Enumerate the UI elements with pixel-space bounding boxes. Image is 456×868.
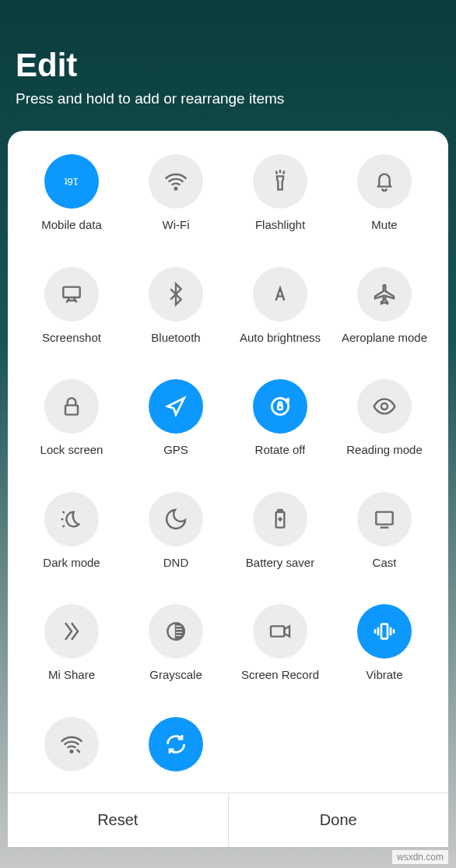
cast-icon [357, 492, 412, 546]
tile-label: Mobile data [41, 218, 102, 231]
page-title: Edit [16, 47, 440, 84]
svg-point-5 [381, 403, 388, 409]
screenshot-icon [44, 267, 99, 322]
tile-bluetooth[interactable]: Bluetooth [124, 267, 228, 357]
grayscale-icon [149, 604, 203, 659]
bluetooth-icon [149, 267, 203, 322]
tile-dnd[interactable]: DND [124, 492, 228, 582]
tile-mi-share[interactable]: Mi Share [19, 604, 124, 694]
tile-gps[interactable]: GPS [124, 379, 228, 469]
tile-label: Mute [371, 218, 397, 231]
sync-icon [149, 717, 203, 771]
svg-rect-2 [65, 406, 78, 415]
flashlight-icon [253, 154, 307, 209]
location-icon [149, 379, 203, 434]
svg-rect-9 [271, 626, 284, 636]
airplane-icon [357, 267, 412, 322]
page-subtitle: Press and hold to add or rearrange items [16, 90, 440, 107]
moon-icon [149, 492, 203, 546]
tile-label: Dark mode [43, 556, 100, 569]
svg-rect-10 [381, 624, 388, 639]
tile-sync[interactable] [124, 717, 228, 793]
mi-share-icon [44, 604, 99, 659]
tile-label: Cast [373, 556, 397, 569]
tile-label: Reading mode [346, 443, 423, 456]
svg-rect-1 [63, 286, 79, 297]
tile-label: Aeroplane mode [342, 331, 427, 344]
footer-actions: Reset Done [8, 792, 448, 847]
tile-lock-screen[interactable]: Lock screen [19, 379, 124, 469]
tiles-panel: 16t Mobile data Wi-Fi Flashlight Mute [8, 131, 448, 847]
screen-record-icon [253, 604, 307, 659]
svg-point-0 [175, 188, 177, 190]
tile-label: Bluetooth [151, 331, 200, 344]
battery-icon [253, 492, 307, 546]
tile-cast[interactable]: Cast [332, 492, 437, 582]
tile-grayscale[interactable]: Grayscale [124, 604, 228, 694]
svg-rect-4 [278, 406, 282, 409]
tile-mobile-data[interactable]: 16t Mobile data [19, 154, 124, 244]
tile-label: Mi Share [48, 668, 95, 681]
tile-reading-mode[interactable]: Reading mode [332, 379, 437, 469]
bell-icon [357, 154, 412, 209]
tile-mute[interactable]: Mute [332, 154, 437, 244]
wifi-edit-icon [44, 717, 99, 771]
dark-mode-icon [44, 492, 99, 546]
done-button[interactable]: Done [229, 793, 449, 847]
edit-header: Edit Press and hold to add or rearrange … [0, 0, 456, 123]
tile-wifi[interactable]: Wi-Fi [124, 154, 228, 244]
tile-wifi-edit[interactable] [19, 717, 124, 793]
mobile-data-icon: 16t [44, 154, 99, 209]
tile-rotate-off[interactable]: Rotate off [228, 379, 332, 469]
eye-icon [357, 379, 412, 434]
tile-screen-record[interactable]: Screen Record [228, 604, 332, 694]
svg-rect-7 [376, 511, 392, 524]
tile-flashlight[interactable]: Flashlight [228, 154, 332, 244]
tile-label: Rotate off [255, 443, 306, 456]
tile-label: Grayscale [149, 668, 202, 681]
tile-label: Lock screen [40, 443, 103, 456]
watermark: wsxdn.com [392, 850, 448, 864]
reset-button[interactable]: Reset [8, 793, 229, 847]
tile-auto-brightness[interactable]: Auto brightness [228, 267, 332, 357]
tile-label: GPS [163, 443, 188, 456]
tile-label: Screenshot [42, 331, 101, 344]
tile-aeroplane-mode[interactable]: Aeroplane mode [332, 267, 437, 357]
tile-label: Wi-Fi [163, 218, 190, 231]
tile-battery-saver[interactable]: Battery saver [228, 492, 332, 582]
rotate-lock-icon [253, 379, 307, 434]
tile-label: Auto brightness [240, 331, 321, 344]
tiles-grid: 16t Mobile data Wi-Fi Flashlight Mute [19, 154, 437, 792]
tile-label: Flashlight [255, 218, 305, 231]
tile-label: Screen Record [241, 668, 319, 681]
tile-dark-mode[interactable]: Dark mode [19, 492, 124, 582]
wifi-icon [149, 154, 203, 209]
lock-icon [44, 379, 99, 434]
tile-label: Battery saver [246, 556, 314, 569]
tile-label: DND [163, 556, 189, 569]
tile-label: Vibrate [366, 668, 402, 681]
tile-screenshot[interactable]: Screenshot [19, 267, 124, 357]
tile-vibrate[interactable]: Vibrate [332, 604, 437, 694]
svg-point-11 [71, 750, 73, 753]
brightness-auto-icon [253, 267, 307, 322]
vibrate-icon [357, 604, 412, 659]
